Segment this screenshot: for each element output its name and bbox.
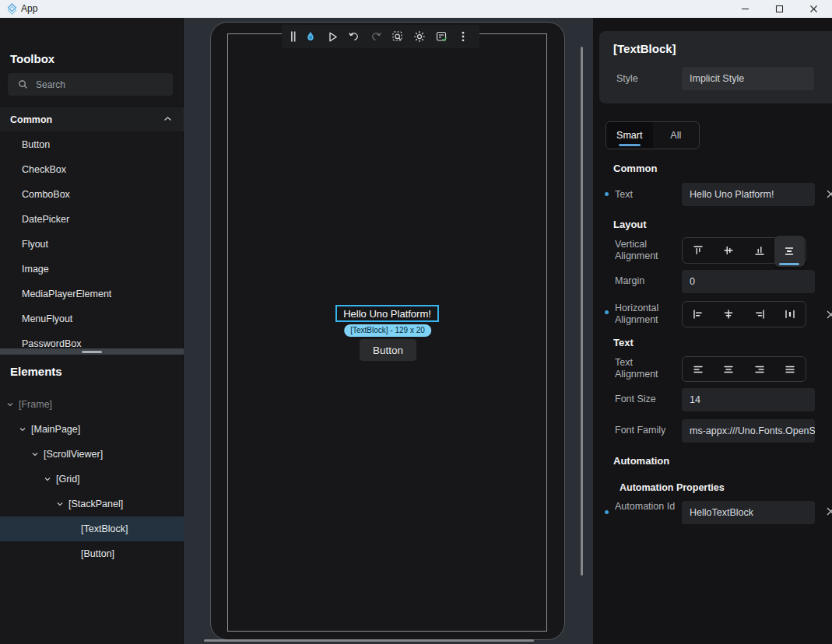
valign-bottom-button[interactable] — [744, 238, 775, 263]
textalign-justify-button[interactable] — [775, 357, 806, 382]
elements-title: Elements — [10, 365, 62, 378]
chevron-down-icon — [31, 450, 39, 458]
modified-dot — [605, 310, 609, 314]
toolbox-item-checkbox[interactable]: CheckBox — [0, 157, 184, 182]
modified-dot — [605, 192, 609, 196]
minimize-icon — [741, 5, 750, 13]
halign-left-button[interactable] — [683, 302, 714, 327]
toolbox-item-button[interactable]: Button — [0, 132, 184, 157]
section-text: Text — [613, 337, 634, 348]
section-layout: Layout — [613, 219, 647, 230]
halign-center-button[interactable] — [714, 302, 745, 327]
form-validation-button[interactable] — [430, 25, 452, 48]
splitter-handle-icon — [82, 351, 102, 353]
textalign-left-button[interactable] — [683, 357, 714, 382]
toolbox-item-image[interactable]: Image — [0, 257, 184, 282]
textalign-right-button[interactable] — [744, 357, 775, 382]
chevron-up-icon — [163, 116, 172, 122]
tree-item-frame[interactable]: [Frame] — [0, 392, 184, 417]
section-automation: Automation — [613, 455, 669, 467]
more-options-button[interactable] — [452, 25, 474, 48]
clear-value-icon[interactable] — [826, 310, 832, 320]
modified-dot — [605, 510, 609, 514]
panel-splitter[interactable] — [0, 348, 184, 355]
style-label: Style — [616, 73, 638, 84]
designer-toolbar — [282, 25, 479, 48]
form-check-icon — [435, 30, 448, 43]
tab-smart[interactable]: Smart — [606, 122, 653, 149]
element-inspector-icon — [391, 30, 404, 43]
toolbar-drag-handle[interactable] — [287, 25, 300, 48]
textblock-content: Hello Uno Platform! — [343, 308, 431, 320]
textalign-center-button[interactable] — [714, 357, 745, 382]
minimize-button[interactable] — [728, 0, 762, 18]
tree-item-mainpage[interactable]: [MainPage] — [0, 417, 184, 442]
clear-value-icon[interactable] — [826, 189, 832, 200]
horizontal-scrollbar[interactable] — [204, 639, 534, 642]
maximize-icon — [775, 5, 784, 13]
toolbox-item-datepicker[interactable]: DatePicker — [0, 207, 184, 232]
tree-item-button[interactable]: [Button] — [0, 541, 184, 566]
text-align-right-icon — [753, 363, 766, 376]
window-title: App — [21, 0, 37, 18]
toolbox-section-common[interactable]: Common — [0, 107, 184, 131]
halign-right-button[interactable] — [744, 302, 775, 327]
vertical-scrollbar[interactable] — [581, 47, 583, 576]
hot-reload-button[interactable] — [300, 25, 321, 48]
window-titlebar: App — [0, 0, 832, 18]
toolbox-item-combobox[interactable]: ComboBox — [0, 182, 184, 207]
toolbox-search-input[interactable]: Search — [8, 73, 173, 96]
play-button[interactable] — [321, 25, 343, 48]
clear-value-icon[interactable] — [826, 506, 832, 517]
canvas-button-element[interactable]: Button — [360, 339, 416, 361]
chevron-down-icon — [56, 500, 64, 508]
theme-toggle-button[interactable] — [409, 25, 430, 48]
chevron-down-icon — [44, 475, 51, 483]
inspector-tabs: Smart All — [606, 121, 700, 149]
vertical-alignment-group — [682, 237, 806, 264]
font-size-label: Font Size — [615, 394, 677, 405]
vertical-alignment-label: Vertical Alignment — [615, 239, 677, 262]
valign-center-button[interactable] — [714, 238, 745, 263]
toolbox-item-flyout[interactable]: Flyout — [0, 232, 184, 257]
margin-label: Margin — [615, 275, 677, 287]
text-alignment-group — [682, 356, 806, 382]
font-family-input[interactable]: ms-appx:///Uno.Fonts.OpenSan — [682, 419, 815, 443]
theme-sun-icon — [413, 30, 426, 43]
undo-button[interactable] — [343, 25, 365, 48]
maximize-button[interactable] — [762, 0, 796, 18]
tree-item-stackpanel[interactable]: [StackPanel] — [0, 492, 184, 516]
properties-panel: [TextBlock] Style Implicit Style Smart A… — [593, 18, 832, 644]
tree-item-textblock-selected[interactable]: [TextBlock] — [0, 516, 184, 541]
close-button[interactable] — [796, 0, 830, 18]
selected-element-title: [TextBlock] — [613, 42, 676, 55]
toolbox-item-mediaplayerelement[interactable]: MediaPlayerElement — [0, 282, 184, 306]
text-align-center-icon — [722, 363, 735, 376]
horizontal-alignment-label: Horizontal Alignment — [615, 303, 677, 326]
hot-reload-flame-icon — [304, 30, 317, 43]
tab-all[interactable]: All — [653, 122, 700, 149]
halign-stretch-button[interactable] — [775, 302, 806, 327]
toolbox-item-menuflyout[interactable]: MenuFlyout — [0, 306, 184, 331]
tree-item-scrollviewer[interactable]: [ScrollViewer] — [0, 442, 184, 467]
text-property-input[interactable]: Hello Uno Platform! — [682, 183, 815, 206]
style-value-field[interactable]: Implicit Style — [682, 67, 814, 90]
redo-icon — [370, 30, 382, 43]
undo-icon — [348, 30, 360, 43]
valign-stretch-button[interactable] — [774, 236, 806, 267]
element-inspector-button[interactable] — [387, 25, 409, 48]
kebab-menu-icon — [457, 30, 469, 43]
design-canvas: Hello Uno Platform! [TextBlock] - 129 x … — [184, 18, 593, 644]
tree-item-grid[interactable]: [Grid] — [0, 467, 184, 492]
selected-textblock[interactable]: Hello Uno Platform! — [335, 305, 439, 322]
search-icon — [18, 79, 28, 89]
automation-id-input[interactable]: HelloTextBlock — [682, 501, 815, 524]
align-right-icon — [753, 308, 766, 320]
align-bottom-icon — [753, 244, 766, 257]
toolbox-title: Toolbox — [10, 52, 54, 65]
align-left-icon — [692, 308, 704, 320]
font-size-input[interactable]: 14 — [682, 388, 815, 411]
valign-top-button[interactable] — [683, 238, 714, 263]
redo-button[interactable] — [365, 25, 387, 48]
margin-input[interactable]: 0 — [682, 270, 815, 293]
